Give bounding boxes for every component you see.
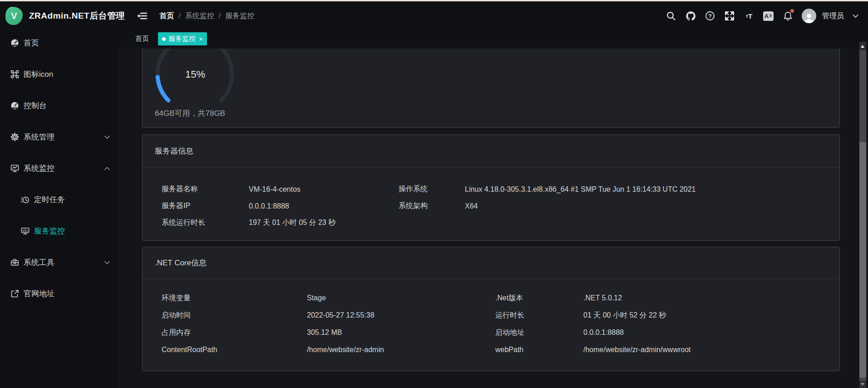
row-label: 服务器IP xyxy=(162,201,249,211)
progress-bar xyxy=(0,0,868,1)
fullscreen-icon[interactable] xyxy=(724,10,735,21)
top-header: V ZRAdmin.NET后台管理 首页 / 系统监控 / 服务监控 xyxy=(0,1,868,30)
row-label: 启动时间 xyxy=(162,311,307,320)
collapse-sidebar-icon[interactable] xyxy=(137,11,148,21)
search-icon[interactable] xyxy=(666,10,676,21)
row-value: 2022-05-27 12:55:38 xyxy=(307,311,495,319)
scrollbar-thumb[interactable] xyxy=(859,142,866,378)
tab-service-monitor[interactable]: 服务监控 × xyxy=(158,32,207,45)
row-value: /home/website/zr-admin/wwwroot xyxy=(583,346,839,354)
table-row: 占用内存 305.12 MB 启动地址 0.0.0.1:8888 xyxy=(143,324,839,341)
sidebar-item-label: 首页 xyxy=(24,38,39,48)
sidebar-item-label: 系统管理 xyxy=(24,132,54,142)
breadcrumb: 首页 / 系统监控 / 服务监控 xyxy=(159,11,254,21)
help-icon[interactable]: ? xyxy=(705,10,715,21)
tab-home[interactable]: 首页 xyxy=(133,33,152,45)
table-row: 服务器名称 VM-16-4-centos 操作系统 Linux 4.18.0-3… xyxy=(143,181,839,198)
row-label: 服务器名称 xyxy=(162,184,249,194)
avatar[interactable] xyxy=(802,9,816,23)
breadcrumb-service-monitor: 服务监控 xyxy=(225,11,254,21)
sidebar-item-scheduled-tasks[interactable]: 定时任务 xyxy=(0,184,118,215)
sidebar-menu: 首页 图标icon xyxy=(0,27,118,309)
row-label: ContentRootPath xyxy=(162,346,307,354)
sidebar-item-label: 系统监控 xyxy=(24,163,54,174)
row-value: 0.0.0.1:8888 xyxy=(249,202,399,210)
server-info-card: 服务器信息 服务器名称 VM-16-4-centos 操作系统 Linux 4.… xyxy=(142,134,840,241)
app-window: V ZRAdmin.NET后台管理 首页 / 系统监控 / 服务监控 xyxy=(0,0,868,388)
console-dashboard-icon xyxy=(10,101,20,110)
breadcrumb-separator: / xyxy=(178,12,180,20)
gauge-percent-label: 15% xyxy=(182,69,209,80)
row-label: 系统架构 xyxy=(399,201,465,211)
github-icon[interactable] xyxy=(685,10,696,21)
row-value: 01 天 00 小时 52 分 22 秒 xyxy=(583,311,839,320)
sidebar-item-system-manage[interactable]: 系统管理 xyxy=(0,121,118,153)
table-row: 系统运行时长 197 天 01 小时 05 分 23 秒 xyxy=(143,214,839,231)
row-label: 占用内存 xyxy=(162,328,307,338)
user-name[interactable]: 管理员 xyxy=(822,11,844,21)
card-title: 服务器信息 xyxy=(143,135,839,168)
row-label: 运行时长 xyxy=(495,311,583,320)
svg-text:?: ? xyxy=(708,13,711,20)
font-size-icon[interactable]: тT xyxy=(744,10,755,21)
sidebar-item-label: 图标icon xyxy=(24,69,53,80)
sidebar-item-label: 定时任务 xyxy=(34,194,65,205)
vertical-scrollbar xyxy=(859,42,866,388)
row-value: /home/website/zr-admin xyxy=(307,346,495,354)
sidebar-item-label: 官网地址 xyxy=(24,289,54,299)
notification-bell-icon[interactable] xyxy=(782,10,793,21)
breadcrumb-system-monitor[interactable]: 系统监控 xyxy=(185,11,214,21)
monitor-chart-icon xyxy=(10,164,20,173)
language-icon[interactable]: A文 xyxy=(763,11,774,21)
chevron-up-icon xyxy=(104,167,110,170)
table-row: 启动时间 2022-05-27 12:55:38 运行时长 01 天 00 小时… xyxy=(143,307,839,324)
tab-active-dot-icon xyxy=(162,37,166,41)
gear-icon xyxy=(10,133,20,142)
chevron-down-icon[interactable] xyxy=(850,10,861,21)
row-value: 305.12 MB xyxy=(307,328,495,337)
timer-icon xyxy=(20,195,30,204)
scrollbar-up-arrow[interactable] xyxy=(859,42,866,50)
sidebar-item-label: 服务监控 xyxy=(34,226,65,236)
dashboard-icon xyxy=(10,39,20,48)
sidebar-item-label: 系统工具 xyxy=(24,257,54,268)
card-title: .NET Core信息 xyxy=(143,247,839,279)
scrollbar-down-arrow[interactable] xyxy=(859,381,866,388)
dotnet-info-card: .NET Core信息 环境变量 Stage .Net版本 .NET 5.0.1… xyxy=(142,247,840,371)
notification-badge xyxy=(790,9,794,13)
chevron-down-icon xyxy=(104,135,110,139)
sidebar-item-official-site[interactable]: 官网地址 xyxy=(0,278,118,309)
header-actions: ? тT A文 xyxy=(666,9,868,23)
command-icon xyxy=(10,70,20,79)
main-content: 首页 服务监控 × 15% 64GB可用，共78GB 服务器信息 服务器名称 V… xyxy=(118,30,868,388)
tab-label: 服务监控 xyxy=(168,35,196,43)
tags-view-bar: 首页 服务监控 × xyxy=(118,30,868,47)
row-value: .NET 5.0.12 xyxy=(583,294,839,302)
tab-close-icon[interactable]: × xyxy=(199,35,203,42)
row-value: Linux 4.18.0-305.3.1.el8.x86_64 #1 SMP T… xyxy=(465,185,839,194)
sidebar-item-icons[interactable]: 图标icon xyxy=(0,59,118,90)
sidebar-item-console[interactable]: 控制台 xyxy=(0,90,118,121)
table-row: 环境变量 Stage .Net版本 .NET 5.0.12 xyxy=(143,289,839,307)
sidebar-item-home[interactable]: 首页 xyxy=(0,27,118,59)
logo-letter: V xyxy=(11,11,17,21)
breadcrumb-separator: / xyxy=(219,12,221,20)
breadcrumb-home[interactable]: 首页 xyxy=(159,11,174,21)
row-label: 操作系统 xyxy=(399,184,465,194)
external-link-icon xyxy=(10,289,20,298)
sidebar-item-service-monitor[interactable]: 服务监控 xyxy=(0,215,118,247)
row-label: 启动地址 xyxy=(495,328,583,338)
row-value: 0.0.0.1:8888 xyxy=(583,328,839,337)
row-value: X64 xyxy=(465,202,839,210)
server-info-table: 服务器名称 VM-16-4-centos 操作系统 Linux 4.18.0-3… xyxy=(143,168,839,231)
sidebar-item-label: 控制台 xyxy=(24,100,47,111)
sidebar-item-system-tools[interactable]: 系统工具 xyxy=(0,247,118,278)
memory-summary: 64GB可用，共78GB xyxy=(155,108,225,119)
chevron-down-icon xyxy=(104,261,110,264)
sidebar: 首页 图标icon xyxy=(0,30,118,388)
dotnet-info-table: 环境变量 Stage .Net版本 .NET 5.0.12 启动时间 2022-… xyxy=(143,279,839,358)
memory-gauge-card: 15% 64GB可用，共78GB xyxy=(142,49,840,128)
toolbox-icon xyxy=(10,258,20,267)
table-row: ContentRootPath /home/website/zr-admin w… xyxy=(143,341,839,358)
sidebar-item-system-monitor[interactable]: 系统监控 xyxy=(0,153,118,184)
